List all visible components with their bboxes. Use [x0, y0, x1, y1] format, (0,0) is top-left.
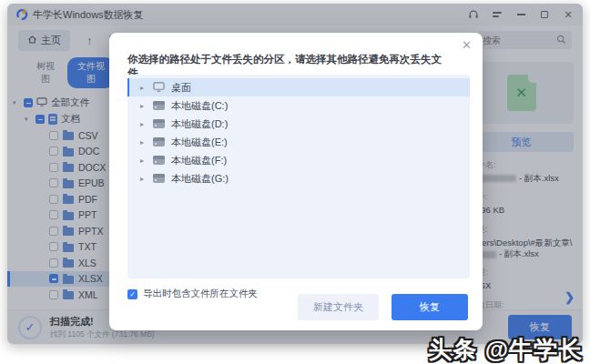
expand-arrow-icon[interactable]: ▸: [140, 120, 147, 128]
dialog-tree-label: 本地磁盘(D:): [171, 117, 228, 131]
expand-arrow-icon[interactable]: ▸: [140, 84, 147, 92]
dialog-tree-label: 本地磁盘(E:): [171, 136, 228, 149]
dialog-tree-row-drive-d[interactable]: ▸ 本地磁盘(D:): [127, 115, 470, 133]
include-folder-checkbox-row[interactable]: ✓ 导出时包含文件所在文件夹: [127, 288, 258, 300]
drive-icon: [153, 137, 165, 147]
dialog-tree-label: 桌面: [171, 81, 191, 95]
recovery-path-dialog: ✕ 你选择的路径处于文件丢失的分区，请选择其他路径避免再次丢失文件。 ▸ 桌面 …: [109, 33, 483, 330]
expand-arrow-icon[interactable]: ▸: [140, 175, 147, 183]
dialog-location-tree: ▸ 桌面 ▸ 本地磁盘(C:) ▸ 本地磁盘(D:) ▸ 本地磁盘(E:): [127, 75, 470, 278]
dialog-tree-label: 本地磁盘(F:): [171, 154, 227, 167]
drive-icon: [153, 156, 165, 165]
dialog-tree-row-drive-c[interactable]: ▸ 本地磁盘(C:): [127, 96, 470, 115]
expand-arrow-icon[interactable]: ▸: [140, 102, 147, 110]
dialog-tree-row-drive-e[interactable]: ▸ 本地磁盘(E:): [127, 133, 470, 151]
new-folder-button[interactable]: 新建文件夹: [298, 294, 379, 320]
expand-arrow-icon[interactable]: ▸: [140, 138, 147, 147]
desktop-icon: [153, 82, 165, 94]
checkbox-label: 导出时包含文件所在文件夹: [143, 288, 258, 300]
dialog-tree-row-drive-f[interactable]: ▸ 本地磁盘(F:): [127, 151, 470, 169]
dialog-tree-label: 本地磁盘(C:): [171, 99, 228, 113]
drive-icon: [153, 101, 165, 110]
dialog-close-icon[interactable]: ✕: [462, 38, 472, 52]
expand-arrow-icon[interactable]: ▸: [140, 157, 147, 165]
video-watermark: 头条 @牛学长: [428, 334, 583, 364]
dialog-tree-label: 本地磁盘(G:): [171, 172, 229, 186]
dialog-tree-row-desktop[interactable]: ▸ 桌面: [127, 78, 470, 96]
drive-icon: [153, 119, 165, 128]
dialog-tree-row-drive-g[interactable]: ▸ 本地磁盘(G:): [127, 169, 470, 187]
recover-button-dialog[interactable]: 恢复: [392, 294, 468, 320]
drive-icon: [153, 174, 165, 183]
checkbox-checked-icon[interactable]: ✓: [127, 289, 137, 299]
dialog-buttons: 新建文件夹 恢复: [298, 294, 468, 320]
